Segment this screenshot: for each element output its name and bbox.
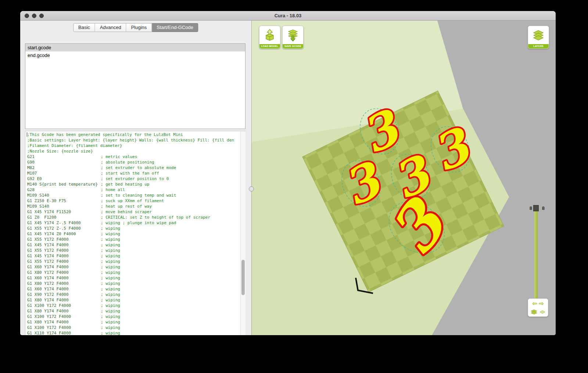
3d-viewport[interactable]: 3 3 3 3 3 [252, 21, 556, 335]
layer-prev-icon[interactable]: ⇦ [532, 301, 537, 306]
gcode-line: G28; home all [27, 187, 240, 193]
zoom-button[interactable] [39, 14, 44, 18]
gcode-line: G1 X80 Y172 F4000; wiping [27, 281, 240, 286]
file-item-end.gcode[interactable]: end.gcode [25, 51, 245, 59]
layer-nav-panel: ⇦ ⇨ [528, 298, 548, 317]
file-item-start.gcode[interactable]: start.gcode [25, 44, 245, 51]
layer-slider-handle[interactable] [533, 205, 539, 211]
load-model-button[interactable]: LOAD MODEL [259, 26, 280, 49]
gcode-line: G1 X45 Y174 F11520; move behind scraper [27, 209, 240, 215]
3d-scene: 3 3 3 3 3 [252, 21, 556, 335]
gcode-editor[interactable]: ;This Gcode has been generated specifica… [25, 131, 245, 335]
tab-start-end-gcode[interactable]: Start/End-GCode [152, 23, 198, 32]
gcode-line: G1 X100 Y172 F4000; wiping [27, 325, 240, 330]
gcode-line: G1 X60 Y174 F4000; wiping [27, 264, 240, 270]
layers-label: LAYERS [528, 44, 549, 49]
layers-icon [528, 26, 549, 44]
load-model-label: LOAD MODEL [259, 44, 280, 49]
gcode-line: G1 X80 Y174 F4000; wiping [27, 308, 240, 314]
gcode-line: G1 X100 Y172 F4000; wiping [27, 303, 240, 308]
gcode-line: M82; set extruder to absolute mode [27, 165, 240, 171]
settings-panel: BasicAdvancedPluginsStart/End-GCode star… [20, 21, 252, 335]
gcode-line: ;Nozzle Size: {nozzle size} [27, 148, 240, 154]
tab-advanced[interactable]: Advanced [95, 23, 126, 32]
gcode-text[interactable]: ;This Gcode has been generated specifica… [27, 132, 240, 335]
gcode-line: G1 X80 Y174 F4000; wiping [27, 297, 240, 303]
save-gcode-button[interactable]: SAVE GCODE [282, 26, 304, 49]
tab-plugins[interactable]: Plugins [126, 23, 152, 32]
gcode-line: G92 E0; set extruder position to 0 [27, 176, 240, 182]
layers-view-button[interactable]: LAYERS [528, 26, 549, 49]
gcode-line: G1 X55 Y172 F4000; wiping [27, 259, 240, 264]
gcode-line: M140 S{print bed temperature}; get bed h… [27, 182, 240, 187]
load-model-icon [259, 26, 280, 44]
gcode-line: G1 X80 Y172 F4000; wiping [27, 270, 240, 275]
gcode-line: G1 X55 Y172 F4000; wiping [27, 248, 240, 253]
gcode-file-list[interactable]: start.gcodeend.gcode [25, 43, 245, 129]
tab-basic[interactable]: Basic [73, 23, 95, 32]
gcode-line: G1 X55 Y172 F4000; wiping [27, 237, 240, 242]
gcode-line: G1 X100 Y172 F4000; wiping [27, 314, 240, 319]
editor-vertical-scrollbar[interactable] [240, 131, 245, 335]
gcode-line: G1 X110 Y174 F4000; wiping [27, 330, 240, 335]
gcode-line: M109 S140; set to cleaning temp and wait [27, 193, 240, 198]
gcode-line: G1 X90 Y172 F4000; wiping [27, 292, 240, 297]
gcode-line: G1 Z150 E-30 F75; suck up XXmm of filame… [27, 198, 240, 204]
gcode-line: G21; metric values [27, 154, 240, 159]
gcode-line: ;This Gcode has been generated specifica… [27, 132, 240, 137]
layer-next-icon[interactable]: ⇨ [539, 301, 544, 306]
gcode-line: G1 X45 Y174 F4000; wiping [27, 253, 240, 259]
tab-bar: BasicAdvancedPluginsStart/End-GCode [73, 23, 198, 32]
gcode-line: G1 X45 Y174 Z-.5 F4000; wiping ; plunge … [27, 220, 240, 226]
vertical-scrollbar-thumb[interactable] [241, 260, 245, 295]
layer-stack-icon[interactable] [531, 309, 537, 315]
gcode-line: G1 Z0 F1200; CRITICAL: set Z to height o… [27, 215, 240, 220]
layer-flat-icon[interactable] [539, 310, 545, 314]
gcode-line: M107; start with the fan off [27, 171, 240, 176]
minimize-button[interactable] [32, 14, 36, 18]
gcode-line: G1 X60 Y174 F4000; wiping [27, 286, 240, 292]
layer-number-right: 8 [542, 205, 545, 211]
gcode-line: G1 X60 Y174 F4000; wiping [27, 275, 240, 281]
gcode-line: G1 X45 Y174 F4000; wiping [27, 242, 240, 248]
gcode-line: ;Filament Diameter: {filament diameter} [27, 143, 240, 148]
gcode-line: G1 X80 Y174 F4000; wiping [27, 319, 240, 325]
app-window: Cura - 18.03 BasicAdvancedPluginsStart/E… [20, 11, 556, 335]
gcode-line: G1 X55 Y172 Z-.5 F4000; wiping [27, 226, 240, 231]
gcode-line: M109 S140; heat up rest of way [27, 204, 240, 209]
layer-number-left: 8 [530, 205, 532, 211]
panel-splitter-handle[interactable] [249, 186, 254, 191]
close-button[interactable] [25, 14, 29, 18]
save-gcode-label: SAVE GCODE [283, 44, 303, 49]
layer-slider-track[interactable] [534, 207, 538, 301]
window-content: BasicAdvancedPluginsStart/End-GCode star… [20, 21, 556, 335]
gcode-line: ;Basic settings: Layer height: {layer he… [27, 137, 240, 143]
save-gcode-icon [283, 26, 303, 44]
title-bar[interactable]: Cura - 18.03 [20, 11, 556, 21]
gcode-line: G1 X45 Y174 Z0 F4000; wiping [27, 231, 240, 237]
window-title: Cura - 18.03 [20, 11, 556, 20]
gcode-line: G90; absolute positioning [27, 159, 240, 165]
